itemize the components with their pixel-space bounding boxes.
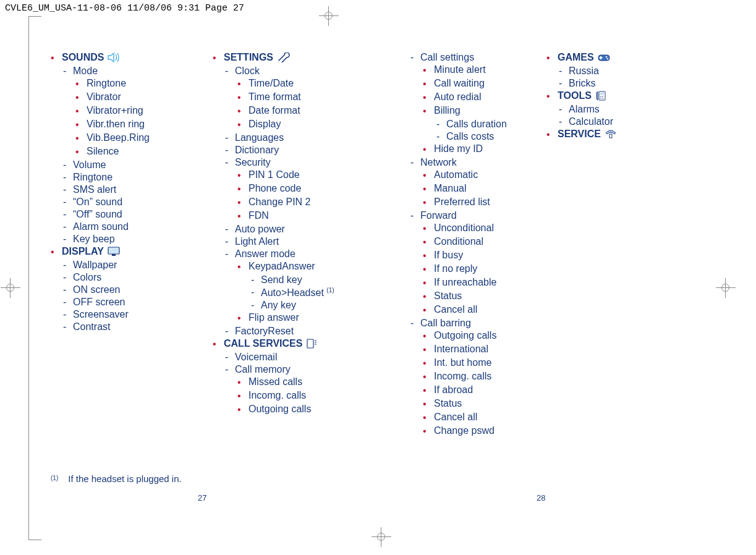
print-header: CVLE6_UM_USA-11-08-06 11/08/06 9:31 Page… bbox=[5, 3, 244, 14]
column-4: • GAMES -Russia -Bricks • TOOLS -Alarms … bbox=[546, 52, 707, 439]
list-item: Unconditional bbox=[434, 222, 494, 234]
list-item: Languages bbox=[235, 132, 284, 143]
list-item: FDN bbox=[248, 210, 269, 221]
list-item: Call settings bbox=[420, 52, 474, 63]
svg-point-14 bbox=[602, 96, 603, 97]
list-item: Vibrator+ring bbox=[87, 105, 143, 116]
call-services-heading: CALL SERVICES bbox=[224, 338, 317, 349]
list-item: Ringtone bbox=[87, 78, 126, 89]
list-item: If no reply bbox=[434, 263, 477, 274]
settings-heading: SETTINGS bbox=[224, 52, 291, 63]
list-item: If busy bbox=[434, 250, 463, 261]
svg-point-10 bbox=[606, 58, 608, 59]
list-item: Vibr.then ring bbox=[87, 119, 145, 130]
list-item: Time format bbox=[248, 91, 301, 103]
svg-rect-1 bbox=[112, 254, 116, 256]
column-2: • SETTINGS -Clock •Time/Date •Time forma… bbox=[213, 52, 398, 439]
registration-mark-icon bbox=[323, 10, 335, 22]
list-item: ON screen bbox=[73, 284, 120, 295]
list-item: Network bbox=[420, 157, 457, 168]
content-columns: • SOUNDS -Mode •Ringtone •Vibrator •Vibr… bbox=[51, 52, 728, 439]
svg-point-9 bbox=[605, 56, 606, 57]
list-item: “On” sound bbox=[73, 197, 122, 208]
list-item: KeypadAnswer bbox=[248, 261, 315, 272]
list-item: Calculator bbox=[569, 116, 613, 127]
list-item: Bricks bbox=[569, 78, 596, 89]
list-item: Key beep bbox=[73, 234, 115, 245]
list-item: Change pswd bbox=[434, 425, 495, 436]
list-item: Auto redial bbox=[434, 91, 482, 103]
list-item: Forward bbox=[420, 210, 457, 221]
list-item: Display bbox=[248, 119, 281, 130]
list-item: Vib.Beep.Ring bbox=[87, 132, 150, 143]
list-item: Contrast bbox=[73, 321, 110, 333]
list-item: Billing bbox=[434, 105, 461, 116]
page-number-left: 27 bbox=[198, 493, 206, 502]
list-item: Outgoing calls bbox=[248, 404, 311, 415]
list-item: Outgoing calls bbox=[434, 330, 496, 341]
list-item: Alarm sound bbox=[73, 221, 129, 232]
list-item: Int. but home bbox=[434, 357, 491, 368]
svg-rect-2 bbox=[307, 339, 313, 348]
svg-rect-0 bbox=[108, 247, 119, 254]
list-item: Vibrator bbox=[87, 91, 121, 103]
list-item: Send key bbox=[261, 274, 302, 286]
list-item: Voicemail bbox=[235, 352, 277, 363]
list-item: Incomg. calls bbox=[434, 371, 491, 382]
list-item: Any key bbox=[261, 300, 296, 311]
list-item: Flip answer bbox=[248, 312, 299, 323]
service-icon bbox=[605, 129, 617, 139]
list-item: International bbox=[434, 344, 488, 355]
svg-rect-12 bbox=[600, 93, 604, 95]
list-item: Missed calls bbox=[248, 376, 302, 388]
tools-heading: TOOLS bbox=[558, 90, 606, 101]
list-item: Cancel all bbox=[434, 412, 477, 423]
registration-mark-icon bbox=[375, 531, 388, 543]
svg-point-13 bbox=[600, 96, 601, 97]
list-item: Mode bbox=[73, 66, 98, 77]
list-item: Date format bbox=[248, 105, 300, 116]
list-item: Ringtone bbox=[73, 172, 113, 183]
list-item: Screensaver bbox=[73, 309, 129, 320]
list-item: Auto>Headset (1) bbox=[261, 287, 334, 299]
list-item: Security bbox=[235, 157, 271, 168]
list-item: Answer mode bbox=[235, 248, 295, 260]
list-item: “Off” sound bbox=[73, 209, 122, 220]
footnote-mark: (1) bbox=[51, 475, 58, 485]
footnote: (1) If the headset is plugged in. bbox=[51, 473, 182, 484]
list-item: Manual bbox=[434, 183, 466, 194]
list-item: Calls costs bbox=[446, 131, 494, 142]
svg-rect-17 bbox=[609, 134, 612, 138]
list-item: Cancel all bbox=[434, 304, 477, 315]
gamepad-icon bbox=[598, 53, 610, 62]
list-item: OFF screen bbox=[73, 297, 125, 308]
list-item: Phone code bbox=[248, 183, 301, 194]
list-item: Call barring bbox=[420, 318, 471, 329]
list-item: Light Alert bbox=[235, 236, 279, 247]
list-item: Minute alert bbox=[434, 64, 486, 75]
footnote-text: If the headset is plugged in. bbox=[68, 473, 181, 484]
list-item: Conditional bbox=[434, 236, 483, 247]
list-item: Status bbox=[434, 290, 462, 302]
svg-rect-8 bbox=[599, 57, 602, 59]
list-item: If abroad bbox=[434, 384, 473, 396]
list-item: Call memory bbox=[235, 364, 291, 375]
list-item: Hide my ID bbox=[434, 143, 483, 155]
list-item: Wallpaper bbox=[73, 260, 117, 271]
list-item: Dictionary bbox=[235, 145, 279, 156]
column-3: -Call settings •Minute alert •Call waiti… bbox=[398, 52, 546, 439]
speaker-icon bbox=[108, 53, 121, 62]
list-item: Volume bbox=[73, 159, 106, 171]
games-heading: GAMES bbox=[558, 52, 610, 63]
list-item: Automatic bbox=[434, 169, 478, 180]
list-item: Colors bbox=[73, 272, 101, 283]
svg-point-16 bbox=[602, 98, 603, 99]
page-number-right: 28 bbox=[537, 493, 545, 502]
wrench-icon bbox=[277, 53, 291, 62]
svg-point-15 bbox=[600, 98, 601, 99]
service-heading: SERVICE bbox=[558, 129, 617, 140]
list-item: If unreachable bbox=[434, 277, 496, 288]
column-1: • SOUNDS -Mode •Ringtone •Vibrator •Vibr… bbox=[51, 52, 213, 439]
list-item: FactoryReset bbox=[235, 326, 294, 337]
list-item: Calls duration bbox=[446, 119, 507, 130]
